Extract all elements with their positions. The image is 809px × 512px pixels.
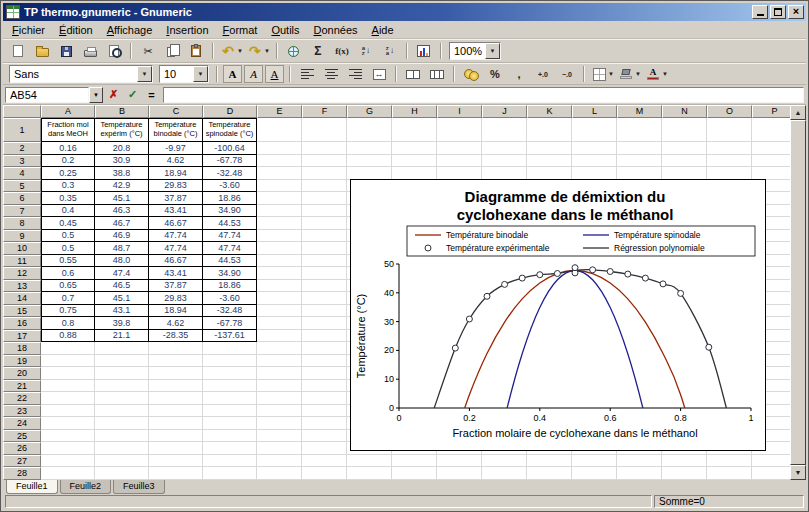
cell-B13[interactable]: 46.5 (95, 280, 149, 293)
cell-F6[interactable] (302, 192, 347, 205)
cell-J3[interactable] (482, 155, 527, 168)
cell-D4[interactable]: -32.48 (203, 167, 257, 180)
cell-H1[interactable] (392, 118, 437, 142)
cell-C18[interactable] (149, 342, 203, 355)
cell-N2[interactable] (662, 142, 707, 155)
cell-D20[interactable] (203, 367, 257, 380)
cell-E14[interactable] (257, 292, 302, 305)
cell-A11[interactable]: 0.55 (41, 255, 95, 268)
cell-H3[interactable] (392, 155, 437, 168)
cell-N3[interactable] (662, 155, 707, 168)
save-button[interactable] (55, 41, 77, 61)
cell-M2[interactable] (617, 142, 662, 155)
row-header-26[interactable]: 26 (3, 442, 41, 455)
cell-F21[interactable] (302, 380, 347, 393)
cell-E5[interactable] (257, 180, 302, 193)
paste-button[interactable] (185, 41, 207, 61)
cell-P28[interactable] (752, 467, 790, 480)
cell-D8[interactable]: 44.53 (203, 217, 257, 230)
column-header-e[interactable]: E (257, 105, 302, 118)
cell-E11[interactable] (257, 255, 302, 268)
cell-B8[interactable]: 46.7 (95, 217, 149, 230)
cell-E23[interactable] (257, 405, 302, 418)
cell-J28[interactable] (482, 467, 527, 480)
cell-D7[interactable]: 34.90 (203, 205, 257, 218)
row-header-14[interactable]: 14 (3, 292, 41, 305)
cell-C10[interactable]: 47.74 (149, 242, 203, 255)
cell-E28[interactable] (257, 467, 302, 480)
cell-L3[interactable] (572, 155, 617, 168)
cell-B24[interactable] (95, 417, 149, 430)
column-header-d[interactable]: D (203, 105, 257, 118)
sort-descending-button[interactable]: za↓ (379, 41, 401, 61)
align-left-button[interactable] (296, 64, 318, 84)
cell-E20[interactable] (257, 367, 302, 380)
cell-C24[interactable] (149, 417, 203, 430)
cell-F27[interactable] (302, 455, 347, 468)
cell-F12[interactable] (302, 267, 347, 280)
cell-B1[interactable]: Température expérim (°C) (95, 118, 149, 142)
cell-E21[interactable] (257, 380, 302, 393)
cell-C19[interactable] (149, 355, 203, 368)
cell-E2[interactable] (257, 142, 302, 155)
cell-P4[interactable] (752, 167, 790, 180)
cell-B3[interactable]: 30.9 (95, 155, 149, 168)
cell-C3[interactable]: 4.62 (149, 155, 203, 168)
cell-D24[interactable] (203, 417, 257, 430)
cell-C12[interactable]: 43.41 (149, 267, 203, 280)
cell-L4[interactable] (572, 167, 617, 180)
cell-I27[interactable] (437, 455, 482, 468)
dropdown-icon[interactable]: ▼ (264, 48, 270, 54)
cell-A6[interactable]: 0.35 (41, 192, 95, 205)
row-header-28[interactable]: 28 (3, 467, 41, 480)
dropdown-icon[interactable]: ▼ (662, 71, 668, 77)
cell-P1[interactable] (752, 118, 790, 142)
column-header-j[interactable]: J (482, 105, 527, 118)
dropdown-icon[interactable]: ▼ (137, 66, 152, 82)
cell-F14[interactable] (302, 292, 347, 305)
cell-G1[interactable] (347, 118, 392, 142)
cell-F7[interactable] (302, 205, 347, 218)
menu-insertion[interactable]: Insertion (159, 22, 215, 38)
embedded-chart[interactable]: Diagramme de démixtion du cyclohexane da… (350, 179, 766, 451)
column-header-l[interactable]: L (572, 105, 617, 118)
cell-D25[interactable] (203, 430, 257, 443)
cell-G3[interactable] (347, 155, 392, 168)
undo-button[interactable]: ↶▼ (219, 41, 244, 61)
font-name-select[interactable]: Sans▼ (9, 65, 153, 83)
name-box-dropdown-icon[interactable]: ▼ (89, 87, 103, 103)
cell-A4[interactable]: 0.25 (41, 167, 95, 180)
cell-D22[interactable] (203, 392, 257, 405)
cell-F5[interactable] (302, 180, 347, 193)
cell-E7[interactable] (257, 205, 302, 218)
cell-F11[interactable] (302, 255, 347, 268)
cell-D14[interactable]: -3.60 (203, 292, 257, 305)
row-header-23[interactable]: 23 (3, 405, 41, 418)
cell-F8[interactable] (302, 217, 347, 230)
cell-K4[interactable] (527, 167, 572, 180)
minimize-button[interactable] (752, 5, 768, 19)
cell-F18[interactable] (302, 342, 347, 355)
column-header-n[interactable]: N (662, 105, 707, 118)
cell-C21[interactable] (149, 380, 203, 393)
cell-B16[interactable]: 39.8 (95, 317, 149, 330)
cell-G27[interactable] (347, 455, 392, 468)
menu-fichier[interactable]: Fichier (5, 22, 52, 38)
cell-H4[interactable] (392, 167, 437, 180)
equals-icon[interactable]: = (143, 86, 160, 103)
cell-B14[interactable]: 45.1 (95, 292, 149, 305)
insert-hyperlink-button[interactable] (283, 41, 305, 61)
cell-E10[interactable] (257, 242, 302, 255)
row-header-11[interactable]: 11 (3, 255, 41, 268)
autosum-button[interactable]: Σ (307, 41, 329, 61)
sheet-tab-feuille3[interactable]: Feuille3 (113, 480, 165, 494)
cell-F22[interactable] (302, 392, 347, 405)
cell-E3[interactable] (257, 155, 302, 168)
cell-D17[interactable]: -137.61 (203, 330, 257, 343)
cell-M1[interactable] (617, 118, 662, 142)
cell-C27[interactable] (149, 455, 203, 468)
merge-cells-button[interactable] (402, 64, 424, 84)
cell-C2[interactable]: -9.97 (149, 142, 203, 155)
cell-B11[interactable]: 48.0 (95, 255, 149, 268)
dropdown-icon[interactable]: ▼ (237, 48, 243, 54)
